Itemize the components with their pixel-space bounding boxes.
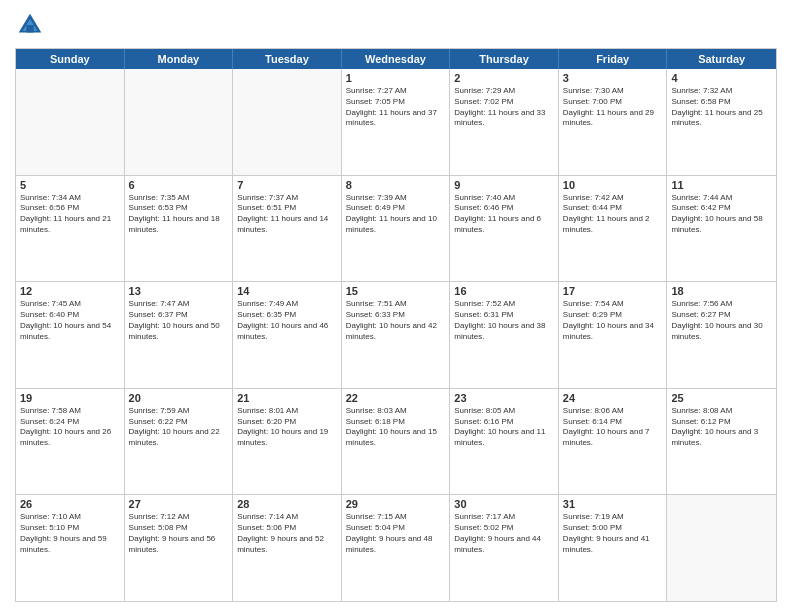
calendar-cell-empty <box>233 69 342 175</box>
day-number: 25 <box>671 392 772 404</box>
weekday-header-sunday: Sunday <box>16 49 125 69</box>
cell-info: Sunrise: 7:39 AMSunset: 6:49 PMDaylight:… <box>346 193 446 236</box>
cell-info: Sunrise: 7:14 AMSunset: 5:06 PMDaylight:… <box>237 512 337 555</box>
calendar-cell-day-5: 5Sunrise: 7:34 AMSunset: 6:56 PMDaylight… <box>16 176 125 282</box>
cell-info: Sunrise: 7:40 AMSunset: 6:46 PMDaylight:… <box>454 193 554 236</box>
cell-info: Sunrise: 7:52 AMSunset: 6:31 PMDaylight:… <box>454 299 554 342</box>
svg-rect-2 <box>26 25 34 33</box>
weekday-header-wednesday: Wednesday <box>342 49 451 69</box>
cell-info: Sunrise: 7:37 AMSunset: 6:51 PMDaylight:… <box>237 193 337 236</box>
cell-info: Sunrise: 7:51 AMSunset: 6:33 PMDaylight:… <box>346 299 446 342</box>
cell-info: Sunrise: 7:34 AMSunset: 6:56 PMDaylight:… <box>20 193 120 236</box>
calendar-row-4: 26Sunrise: 7:10 AMSunset: 5:10 PMDayligh… <box>16 495 776 601</box>
calendar-row-2: 12Sunrise: 7:45 AMSunset: 6:40 PMDayligh… <box>16 282 776 389</box>
day-number: 22 <box>346 392 446 404</box>
calendar-cell-day-11: 11Sunrise: 7:44 AMSunset: 6:42 PMDayligh… <box>667 176 776 282</box>
cell-info: Sunrise: 7:56 AMSunset: 6:27 PMDaylight:… <box>671 299 772 342</box>
calendar-row-0: 1Sunrise: 7:27 AMSunset: 7:05 PMDaylight… <box>16 69 776 176</box>
calendar-cell-day-12: 12Sunrise: 7:45 AMSunset: 6:40 PMDayligh… <box>16 282 125 388</box>
calendar-cell-day-29: 29Sunrise: 7:15 AMSunset: 5:04 PMDayligh… <box>342 495 451 601</box>
cell-info: Sunrise: 7:15 AMSunset: 5:04 PMDaylight:… <box>346 512 446 555</box>
day-number: 6 <box>129 179 229 191</box>
cell-info: Sunrise: 7:58 AMSunset: 6:24 PMDaylight:… <box>20 406 120 449</box>
calendar-cell-day-9: 9Sunrise: 7:40 AMSunset: 6:46 PMDaylight… <box>450 176 559 282</box>
weekday-header-monday: Monday <box>125 49 234 69</box>
logo <box>15 10 49 40</box>
calendar-cell-day-31: 31Sunrise: 7:19 AMSunset: 5:00 PMDayligh… <box>559 495 668 601</box>
calendar-cell-day-8: 8Sunrise: 7:39 AMSunset: 6:49 PMDaylight… <box>342 176 451 282</box>
day-number: 16 <box>454 285 554 297</box>
day-number: 13 <box>129 285 229 297</box>
day-number: 12 <box>20 285 120 297</box>
cell-info: Sunrise: 7:35 AMSunset: 6:53 PMDaylight:… <box>129 193 229 236</box>
cell-info: Sunrise: 7:19 AMSunset: 5:00 PMDaylight:… <box>563 512 663 555</box>
cell-info: Sunrise: 8:01 AMSunset: 6:20 PMDaylight:… <box>237 406 337 449</box>
calendar-cell-day-13: 13Sunrise: 7:47 AMSunset: 6:37 PMDayligh… <box>125 282 234 388</box>
cell-info: Sunrise: 7:54 AMSunset: 6:29 PMDaylight:… <box>563 299 663 342</box>
cell-info: Sunrise: 7:45 AMSunset: 6:40 PMDaylight:… <box>20 299 120 342</box>
day-number: 17 <box>563 285 663 297</box>
calendar-cell-day-17: 17Sunrise: 7:54 AMSunset: 6:29 PMDayligh… <box>559 282 668 388</box>
cell-info: Sunrise: 7:42 AMSunset: 6:44 PMDaylight:… <box>563 193 663 236</box>
cell-info: Sunrise: 8:05 AMSunset: 6:16 PMDaylight:… <box>454 406 554 449</box>
calendar-cell-empty <box>667 495 776 601</box>
day-number: 26 <box>20 498 120 510</box>
day-number: 29 <box>346 498 446 510</box>
day-number: 20 <box>129 392 229 404</box>
calendar-cell-day-25: 25Sunrise: 8:08 AMSunset: 6:12 PMDayligh… <box>667 389 776 495</box>
day-number: 18 <box>671 285 772 297</box>
day-number: 19 <box>20 392 120 404</box>
day-number: 31 <box>563 498 663 510</box>
calendar-cell-day-15: 15Sunrise: 7:51 AMSunset: 6:33 PMDayligh… <box>342 282 451 388</box>
cell-info: Sunrise: 7:47 AMSunset: 6:37 PMDaylight:… <box>129 299 229 342</box>
cell-info: Sunrise: 7:30 AMSunset: 7:00 PMDaylight:… <box>563 86 663 129</box>
day-number: 15 <box>346 285 446 297</box>
weekday-header-thursday: Thursday <box>450 49 559 69</box>
cell-info: Sunrise: 7:17 AMSunset: 5:02 PMDaylight:… <box>454 512 554 555</box>
calendar-cell-day-28: 28Sunrise: 7:14 AMSunset: 5:06 PMDayligh… <box>233 495 342 601</box>
calendar-cell-empty <box>16 69 125 175</box>
day-number: 24 <box>563 392 663 404</box>
cell-info: Sunrise: 8:06 AMSunset: 6:14 PMDaylight:… <box>563 406 663 449</box>
calendar-cell-day-20: 20Sunrise: 7:59 AMSunset: 6:22 PMDayligh… <box>125 389 234 495</box>
day-number: 27 <box>129 498 229 510</box>
calendar: SundayMondayTuesdayWednesdayThursdayFrid… <box>15 48 777 602</box>
logo-icon <box>15 10 45 40</box>
day-number: 8 <box>346 179 446 191</box>
cell-info: Sunrise: 7:32 AMSunset: 6:58 PMDaylight:… <box>671 86 772 129</box>
calendar-cell-day-19: 19Sunrise: 7:58 AMSunset: 6:24 PMDayligh… <box>16 389 125 495</box>
calendar-cell-day-14: 14Sunrise: 7:49 AMSunset: 6:35 PMDayligh… <box>233 282 342 388</box>
calendar-body: 1Sunrise: 7:27 AMSunset: 7:05 PMDaylight… <box>16 69 776 601</box>
header <box>15 10 777 40</box>
calendar-row-3: 19Sunrise: 7:58 AMSunset: 6:24 PMDayligh… <box>16 389 776 496</box>
cell-info: Sunrise: 7:10 AMSunset: 5:10 PMDaylight:… <box>20 512 120 555</box>
calendar-cell-day-2: 2Sunrise: 7:29 AMSunset: 7:02 PMDaylight… <box>450 69 559 175</box>
calendar-cell-day-6: 6Sunrise: 7:35 AMSunset: 6:53 PMDaylight… <box>125 176 234 282</box>
page: SundayMondayTuesdayWednesdayThursdayFrid… <box>0 0 792 612</box>
calendar-cell-day-27: 27Sunrise: 7:12 AMSunset: 5:08 PMDayligh… <box>125 495 234 601</box>
day-number: 28 <box>237 498 337 510</box>
cell-info: Sunrise: 8:08 AMSunset: 6:12 PMDaylight:… <box>671 406 772 449</box>
calendar-header: SundayMondayTuesdayWednesdayThursdayFrid… <box>16 49 776 69</box>
cell-info: Sunrise: 7:12 AMSunset: 5:08 PMDaylight:… <box>129 512 229 555</box>
cell-info: Sunrise: 8:03 AMSunset: 6:18 PMDaylight:… <box>346 406 446 449</box>
cell-info: Sunrise: 7:27 AMSunset: 7:05 PMDaylight:… <box>346 86 446 129</box>
calendar-cell-day-16: 16Sunrise: 7:52 AMSunset: 6:31 PMDayligh… <box>450 282 559 388</box>
calendar-cell-day-22: 22Sunrise: 8:03 AMSunset: 6:18 PMDayligh… <box>342 389 451 495</box>
cell-info: Sunrise: 7:59 AMSunset: 6:22 PMDaylight:… <box>129 406 229 449</box>
calendar-cell-day-23: 23Sunrise: 8:05 AMSunset: 6:16 PMDayligh… <box>450 389 559 495</box>
day-number: 21 <box>237 392 337 404</box>
day-number: 4 <box>671 72 772 84</box>
calendar-cell-day-21: 21Sunrise: 8:01 AMSunset: 6:20 PMDayligh… <box>233 389 342 495</box>
day-number: 23 <box>454 392 554 404</box>
calendar-cell-day-18: 18Sunrise: 7:56 AMSunset: 6:27 PMDayligh… <box>667 282 776 388</box>
cell-info: Sunrise: 7:44 AMSunset: 6:42 PMDaylight:… <box>671 193 772 236</box>
calendar-row-1: 5Sunrise: 7:34 AMSunset: 6:56 PMDaylight… <box>16 176 776 283</box>
day-number: 2 <box>454 72 554 84</box>
calendar-cell-day-26: 26Sunrise: 7:10 AMSunset: 5:10 PMDayligh… <box>16 495 125 601</box>
day-number: 30 <box>454 498 554 510</box>
cell-info: Sunrise: 7:29 AMSunset: 7:02 PMDaylight:… <box>454 86 554 129</box>
calendar-cell-day-3: 3Sunrise: 7:30 AMSunset: 7:00 PMDaylight… <box>559 69 668 175</box>
day-number: 10 <box>563 179 663 191</box>
weekday-header-tuesday: Tuesday <box>233 49 342 69</box>
